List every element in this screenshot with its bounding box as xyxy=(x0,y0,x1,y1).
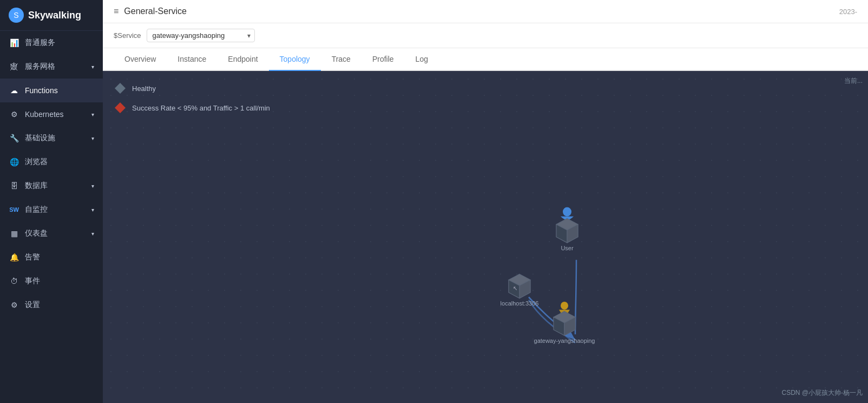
cloud-icon: ☁ xyxy=(9,85,19,96)
watermark: CSDN @小屁孩大帅-杨一凡 xyxy=(781,388,863,398)
topology-area: Healthy Success Rate < 95% and Traffic >… xyxy=(103,71,868,403)
k8s-icon: ⚙ xyxy=(9,109,19,120)
sidebar-item-kubernetes[interactable]: ⚙ Kubernetes ▾ xyxy=(0,102,103,126)
chevron-icon: ▾ xyxy=(91,64,94,70)
sidebar-label: 数据库 xyxy=(25,181,48,191)
header-menu-icon: ≡ xyxy=(114,6,119,16)
sidebar-label: 仪表盘 xyxy=(25,229,48,238)
sidebar-item-general-service[interactable]: 📊 普通服务 xyxy=(0,31,103,55)
logo-icon: S xyxy=(9,8,24,23)
svg-text:localhost:3306: localhost:3306 xyxy=(501,300,539,307)
mesh-icon: 🕸 xyxy=(9,61,19,72)
main-content: ≡ General-Service 2023- $Service gateway… xyxy=(103,0,868,403)
chevron-icon: ▾ xyxy=(91,135,94,141)
sidebar-label: 普通服务 xyxy=(25,38,55,48)
sidebar-item-infrastructure[interactable]: 🔧 基础设施 ▾ xyxy=(0,126,103,150)
chevron-icon: ▾ xyxy=(91,207,94,213)
node-user[interactable]: User xyxy=(556,207,578,251)
service-bar: $Service gateway-yangshaoping xyxy=(103,23,868,48)
chevron-icon: ▾ xyxy=(91,112,94,118)
sidebar-label: 设置 xyxy=(25,300,40,310)
svg-text:gateway-yangshaoping: gateway-yangshaoping xyxy=(534,337,595,344)
page-title: General-Service xyxy=(124,6,187,16)
sidebar-item-self-monitor[interactable]: SW 自监控 ▾ xyxy=(0,198,103,222)
svg-text:User: User xyxy=(561,245,573,251)
node-localhost[interactable]: ↖ localhost:3306 xyxy=(501,274,539,307)
tab-overview[interactable]: Overview xyxy=(114,48,167,71)
sidebar-label: 浏览器 xyxy=(25,157,48,167)
topology-svg: ↖ localhost:3306 User xyxy=(103,71,868,403)
sidebar-label: 事件 xyxy=(25,276,40,286)
sidebar-item-dashboard[interactable]: ▦ 仪表盘 ▾ xyxy=(0,222,103,245)
logo-text: Skywalking xyxy=(28,10,81,21)
db-icon: 🗄 xyxy=(9,180,19,191)
svg-point-9 xyxy=(563,207,571,217)
sidebar-item-alerts[interactable]: 🔔 告警 xyxy=(0,245,103,269)
dashboard-icon: ▦ xyxy=(9,228,19,239)
sidebar: S Skywalking 📊 普通服务 🕸 服务网格 ▾ ☁ Functions… xyxy=(0,0,103,403)
tab-endpoint[interactable]: Endpoint xyxy=(217,48,268,71)
node-gateway[interactable]: gateway-yangshaoping xyxy=(534,302,595,344)
bell-icon: 🔔 xyxy=(9,252,19,263)
sidebar-label: 自监控 xyxy=(25,205,48,214)
sidebar-item-browser[interactable]: 🌐 浏览器 xyxy=(0,150,103,174)
svg-text:↖: ↖ xyxy=(513,285,517,291)
settings-icon: ⚙ xyxy=(9,300,19,310)
logo-area: S Skywalking xyxy=(0,0,103,31)
tab-topology[interactable]: Topology xyxy=(269,48,321,71)
svg-point-15 xyxy=(561,302,568,310)
tab-trace[interactable]: Trace xyxy=(321,48,361,71)
sidebar-item-service-mesh[interactable]: 🕸 服务网格 ▾ xyxy=(0,55,103,79)
sw-icon: SW xyxy=(9,204,19,215)
sidebar-label: Kubernetes xyxy=(25,110,64,119)
infra-icon: 🔧 xyxy=(9,133,19,144)
sidebar-item-settings[interactable]: ⚙ 设置 xyxy=(0,293,103,317)
tab-instance[interactable]: Instance xyxy=(167,48,217,71)
browser-icon: 🌐 xyxy=(9,157,19,167)
time-indicator: 当前... xyxy=(844,76,863,86)
sidebar-item-database[interactable]: 🗄 数据库 ▾ xyxy=(0,174,103,198)
chevron-icon: ▾ xyxy=(91,183,94,189)
tab-profile[interactable]: Profile xyxy=(361,48,405,71)
clock-icon: ⏱ xyxy=(9,276,19,287)
sidebar-label: 告警 xyxy=(25,252,40,262)
page-header: ≡ General-Service 2023- xyxy=(103,0,868,23)
sidebar-item-events[interactable]: ⏱ 事件 xyxy=(0,269,103,293)
header-timestamp: 2023- xyxy=(839,8,857,16)
chart-icon: 📊 xyxy=(9,37,19,48)
service-select[interactable]: gateway-yangshaoping xyxy=(147,29,255,42)
chevron-icon: ▾ xyxy=(91,231,94,237)
tabs-bar: Overview Instance Endpoint Topology Trac… xyxy=(103,48,868,71)
sidebar-label: Functions xyxy=(25,86,58,95)
sidebar-label: 服务网格 xyxy=(25,62,55,72)
sidebar-item-functions[interactable]: ☁ Functions xyxy=(0,79,103,102)
service-label: $Service xyxy=(114,31,141,40)
sidebar-label: 基础设施 xyxy=(25,133,55,143)
service-select-wrapper[interactable]: gateway-yangshaoping xyxy=(147,29,255,42)
tab-log[interactable]: Log xyxy=(405,48,439,71)
